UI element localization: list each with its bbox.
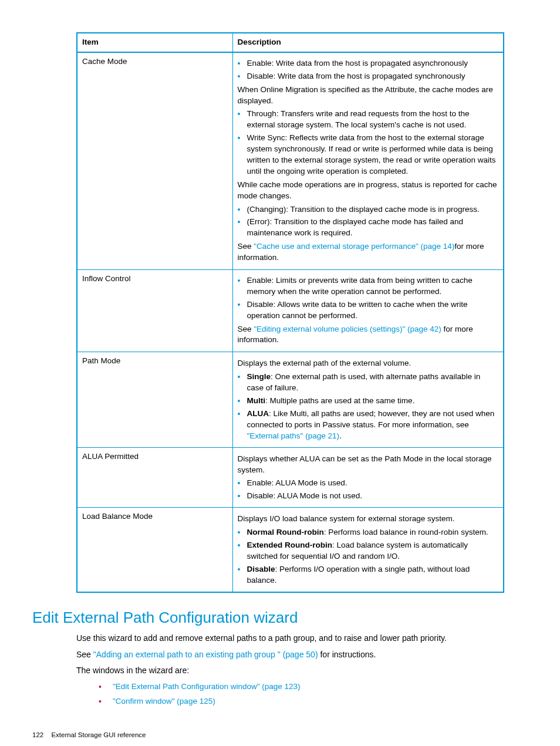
list-item: Normal Round-robin: Performs load balanc… bbox=[238, 527, 499, 538]
list-item: Enable: ALUA Mode is used. bbox=[238, 478, 499, 489]
list-item: Through: Transfers write and read reques… bbox=[238, 109, 499, 131]
paragraph: See "Editing external volume policies (s… bbox=[238, 324, 499, 346]
list-item: "Confirm window" (page 125) bbox=[99, 696, 504, 707]
item-cell: Path Mode bbox=[77, 352, 232, 447]
section-heading: Edit External Path Configuration wizard bbox=[32, 607, 504, 628]
list-item: (Changing): Transition to the displayed … bbox=[238, 204, 499, 215]
page-footer: 122 External Storage GUI reference bbox=[32, 730, 504, 740]
list-item: (Error): Transition to the displayed cac… bbox=[238, 217, 499, 239]
item-cell: ALUA Permitted bbox=[77, 447, 232, 508]
paragraph: Displays whether ALUA can be set as the … bbox=[238, 454, 499, 476]
table-row: Inflow Control Enable: Limits or prevent… bbox=[77, 270, 504, 352]
parameters-table: Item Description Cache Mode Enable: Writ… bbox=[76, 32, 504, 593]
paragraph: Use this wizard to add and remove extern… bbox=[76, 633, 504, 644]
link-external-paths[interactable]: "External paths" (page 21) bbox=[247, 431, 339, 440]
link-adding-external-path[interactable]: "Adding an external path to an existing … bbox=[93, 650, 318, 659]
paragraph: While cache mode operations are in progr… bbox=[238, 180, 499, 202]
item-cell: Load Balance Mode bbox=[77, 508, 232, 592]
table-row: ALUA Permitted Displays whether ALUA can… bbox=[77, 447, 504, 508]
table-row: Path Mode Displays the external path of … bbox=[77, 352, 504, 447]
link-confirm-window[interactable]: "Confirm window" (page 125) bbox=[113, 697, 215, 706]
list-item: Enable: Limits or prevents write data fr… bbox=[238, 275, 499, 298]
item-cell: Cache Mode bbox=[77, 52, 232, 270]
link-edit-config-window[interactable]: "Edit External Path Configuration window… bbox=[113, 682, 301, 691]
list-item: Disable: ALUA Mode is not used. bbox=[238, 491, 499, 502]
table-row: Cache Mode Enable: Write data from the h… bbox=[77, 52, 504, 270]
list-item: ALUA: Like Multi, all paths are used; ho… bbox=[238, 409, 499, 442]
list-item: "Edit External Path Configuration window… bbox=[99, 681, 504, 693]
table-header-description: Description bbox=[232, 33, 504, 52]
footer-title: External Storage GUI reference bbox=[51, 731, 146, 738]
list-item: Single: One external path is used, with … bbox=[238, 372, 499, 394]
description-cell: Displays the external path of the extern… bbox=[232, 352, 504, 447]
link-editing-policies[interactable]: "Editing external volume policies (setti… bbox=[254, 325, 441, 333]
item-cell: Inflow Control bbox=[77, 270, 232, 352]
list-item: Disable: Write data from the host is pro… bbox=[238, 71, 499, 82]
paragraph: Displays I/O load balance system for ext… bbox=[238, 514, 499, 525]
link-cache-use[interactable]: "Cache use and external storage performa… bbox=[254, 242, 454, 251]
table-row: Load Balance Mode Displays I/O load bala… bbox=[77, 508, 504, 592]
description-cell: Enable: Limits or prevents write data fr… bbox=[232, 270, 504, 352]
description-cell: Displays whether ALUA can be set as the … bbox=[232, 447, 504, 508]
list-item: Disable: Allows write data to be written… bbox=[238, 299, 499, 322]
page-number: 122 bbox=[32, 731, 43, 738]
description-cell: Displays I/O load balance system for ext… bbox=[232, 508, 504, 592]
list-item: Disable: Performs I/O operation with a s… bbox=[238, 564, 499, 586]
description-cell: Enable: Write data from the host is prop… bbox=[232, 52, 504, 270]
paragraph: See "Cache use and external storage perf… bbox=[238, 241, 499, 264]
paragraph: Displays the external path of the extern… bbox=[238, 358, 499, 369]
paragraph: The windows in the wizard are: bbox=[76, 665, 504, 677]
list-item: Extended Round-robin: Load balance syste… bbox=[238, 540, 499, 562]
list-item: Multi: Multiple paths are used at the sa… bbox=[238, 396, 499, 407]
paragraph: See "Adding an external path to an exist… bbox=[76, 649, 504, 661]
paragraph: When Online Migration is specified as th… bbox=[238, 85, 499, 107]
list-item: Enable: Write data from the host is prop… bbox=[238, 58, 499, 69]
table-header-item: Item bbox=[77, 33, 232, 52]
list-item: Write Sync: Reflects write data from the… bbox=[238, 133, 499, 177]
